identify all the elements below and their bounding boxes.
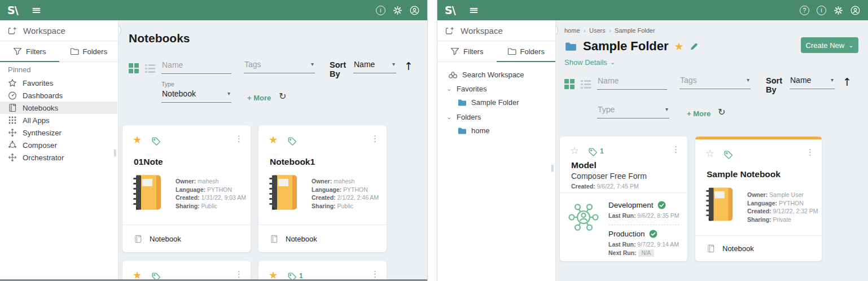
- notebook-card-01note[interactable]: ★ ⋮ 01Note Owner: mahesh Language: PYTHO…: [122, 125, 251, 252]
- tags-filter-select[interactable]: Tags ▾: [244, 60, 315, 73]
- settings-gear-icon[interactable]: [834, 6, 843, 15]
- more-filters-button[interactable]: + More: [687, 109, 711, 118]
- sort-select[interactable]: Name ▾: [790, 76, 835, 89]
- card-menu-icon[interactable]: ⋮: [371, 270, 379, 279]
- grid-view-icon[interactable]: [564, 79, 575, 89]
- sidebar-collapse-button[interactable]: «: [119, 24, 121, 37]
- account-icon[interactable]: [410, 6, 419, 15]
- type-filter-select[interactable]: Type ▾: [597, 105, 669, 118]
- sidebar-tabs: Filters Folders: [437, 41, 555, 62]
- folder-icon: [507, 47, 516, 56]
- tab-folders[interactable]: Folders: [497, 41, 556, 62]
- tab-folders[interactable]: Folders: [59, 41, 119, 62]
- chevron-down-icon: ⌄: [610, 59, 615, 65]
- highlight-strip: [695, 137, 822, 139]
- tree-item-home[interactable]: home: [458, 126, 490, 135]
- card-menu-icon[interactable]: ⋮: [806, 148, 814, 157]
- tab-filters-label: Filters: [26, 47, 46, 56]
- sort-select[interactable]: Name ▾: [353, 60, 396, 73]
- sample-notebook-card[interactable]: ☆ ⋮ Sample Notebook Owner: Sample User L…: [695, 137, 822, 261]
- breadcrumb-separator: ›: [584, 28, 586, 34]
- refresh-icon[interactable]: ↻: [279, 92, 286, 101]
- sidebar-item-synthesizer[interactable]: Synthesizer: [0, 126, 117, 139]
- favorite-star-icon[interactable]: ☆: [705, 148, 714, 159]
- list-view-icon[interactable]: [581, 80, 591, 89]
- hamburger-menu-icon[interactable]: ≡: [32, 5, 42, 16]
- refresh-icon[interactable]: ↻: [718, 108, 725, 117]
- chevron-down-icon: ⌄: [446, 86, 452, 92]
- sidebar-item-orchestrator[interactable]: Orchestrator: [0, 151, 117, 164]
- tree-group-favorites[interactable]: ⌄ Favorites: [446, 85, 486, 93]
- new-workspace-icon[interactable]: [445, 27, 454, 35]
- model-card[interactable]: ☆ 1 ⋮ Model Composer Free Form Created: …: [560, 137, 687, 261]
- dropdown-arrow-icon: ▾: [227, 91, 230, 96]
- info-icon[interactable]: i: [376, 6, 385, 15]
- tags-filter-select[interactable]: Tags ▾: [680, 76, 751, 89]
- show-details-link[interactable]: Show Details ⌄: [564, 58, 615, 67]
- sort-by-label: Sort By: [330, 60, 352, 78]
- new-workspace-icon[interactable]: [7, 27, 17, 35]
- more-filters-button[interactable]: + More: [247, 94, 271, 102]
- sidebar-tabs: Filters Folders: [0, 41, 118, 62]
- card-menu-icon[interactable]: ⋮: [235, 135, 243, 143]
- notebook-card-notebook1[interactable]: ★ ⋮ Notebook1 Owner: mahesh Language: PY…: [258, 125, 387, 252]
- favorite-star-icon[interactable]: ★: [674, 41, 684, 52]
- sidebar-item-notebooks[interactable]: Notebooks: [0, 102, 117, 114]
- breadcrumb-home[interactable]: home: [564, 27, 580, 34]
- tags-icon[interactable]: [724, 150, 733, 160]
- folder-blue-icon: [564, 41, 577, 52]
- sidebar-item-favorites[interactable]: Favorites: [0, 77, 117, 89]
- sidebar-item-composer[interactable]: Composer: [0, 139, 117, 151]
- name-filter-field: [161, 60, 231, 74]
- breadcrumb: home › Users › Sample Folder: [564, 27, 655, 34]
- tags-icon[interactable]: [151, 137, 161, 146]
- tags-icon[interactable]: [287, 137, 297, 146]
- hamburger-menu-icon[interactable]: ≡: [469, 5, 479, 16]
- dropdown-arrow-icon: ▾: [747, 77, 749, 83]
- notebook-card-partial[interactable]: ★ 1 ⋮: [258, 261, 387, 281]
- tab-filters[interactable]: Filters: [0, 41, 59, 62]
- app-logo: S\: [445, 5, 455, 16]
- tab-folders-label: Folders: [520, 47, 545, 56]
- tags-icon[interactable]: 1: [588, 147, 604, 157]
- name-filter-input[interactable]: [597, 76, 667, 89]
- sidebar-collapse-button[interactable]: «: [556, 24, 558, 37]
- orbit-icon: [8, 140, 17, 150]
- create-new-button[interactable]: Create New ⌄: [801, 37, 858, 53]
- help-icon[interactable]: ?: [800, 6, 809, 15]
- tab-filters-label: Filters: [463, 47, 483, 56]
- list-view-icon[interactable]: [145, 64, 155, 73]
- sidebar-resize-handle[interactable]: ‖: [551, 164, 555, 172]
- type-filter-select[interactable]: Notebook ▾: [161, 89, 231, 103]
- breadcrumb-current[interactable]: Sample Folder: [615, 27, 655, 34]
- notebook-card-partial[interactable]: ★ ⋮: [122, 261, 251, 281]
- name-filter-input[interactable]: [161, 60, 231, 73]
- workspace-header: Workspace: [437, 20, 555, 41]
- sort-direction-icon[interactable]: ↑: [404, 61, 413, 72]
- tab-filters[interactable]: Filters: [437, 41, 497, 62]
- search-workspace[interactable]: Search Workspace: [448, 70, 524, 79]
- sidebar-item-all-apps[interactable]: All Apps: [0, 114, 117, 126]
- tree-item-sample-folder[interactable]: Sample Folder: [458, 98, 519, 107]
- favorite-star-icon[interactable]: ★: [269, 135, 278, 145]
- favorite-star-icon[interactable]: ☆: [570, 146, 579, 156]
- info-icon[interactable]: i: [817, 6, 826, 15]
- pinned-section-label: Pinned: [8, 65, 30, 74]
- grid-view-icon[interactable]: [129, 63, 139, 73]
- tag-icon: [151, 137, 161, 146]
- card-menu-icon[interactable]: ⋮: [235, 270, 243, 279]
- sidebar-item-dashboards[interactable]: Dashboards: [0, 89, 117, 102]
- sort-direction-icon[interactable]: ↑: [843, 77, 852, 87]
- filter-funnel-icon: [450, 47, 459, 56]
- settings-gear-icon[interactable]: [393, 6, 402, 15]
- breadcrumb-users[interactable]: Users: [589, 27, 606, 34]
- card-menu-icon[interactable]: ⋮: [371, 135, 379, 143]
- favorite-star-icon[interactable]: ★: [133, 135, 142, 145]
- edit-pencil-icon[interactable]: [690, 42, 699, 51]
- apps-grid-icon: [8, 116, 17, 125]
- card-menu-icon[interactable]: ⋮: [672, 146, 680, 154]
- folder-icon: [70, 47, 79, 56]
- sidebar-resize-handle[interactable]: ‖: [113, 149, 117, 156]
- account-icon[interactable]: [851, 6, 860, 15]
- tree-group-folders[interactable]: ⌄ Folders: [446, 113, 481, 121]
